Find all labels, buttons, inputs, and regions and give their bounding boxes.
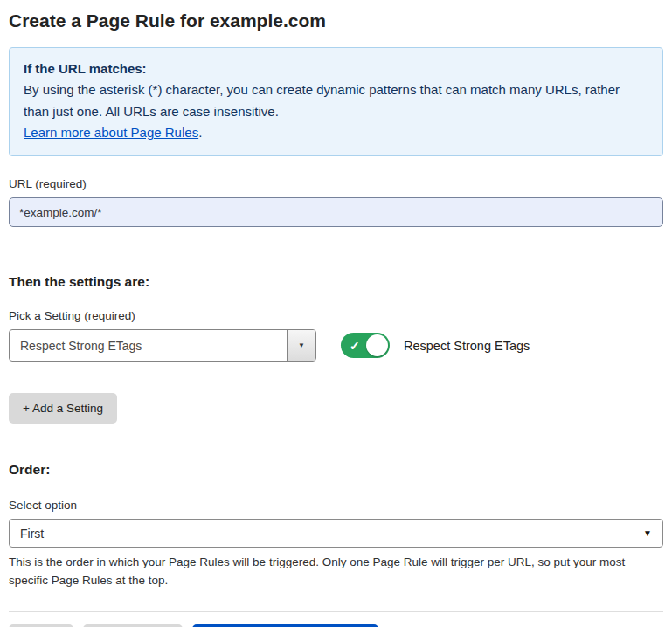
order-select[interactable]: First ▼ xyxy=(9,519,663,548)
url-input[interactable] xyxy=(9,197,663,227)
learn-more-link[interactable]: Learn more about Page Rules xyxy=(24,125,198,140)
divider xyxy=(9,611,663,612)
info-box-link-line: Learn more about Page Rules. xyxy=(24,122,648,143)
setting-select-value: Respect Strong ETags xyxy=(10,330,287,361)
toggle-label: Respect Strong ETags xyxy=(404,339,530,353)
order-help-text: This is the order in which your Page Rul… xyxy=(9,554,663,590)
settings-section-heading: Then the settings are: xyxy=(9,274,663,290)
info-box-body: By using the asterisk (*) character, you… xyxy=(24,79,648,122)
order-section-heading: Order: xyxy=(9,462,663,478)
page-rule-form: Create a Page Rule for example.com If th… xyxy=(0,0,672,627)
setting-toggle-wrap: ✓ Respect Strong ETags xyxy=(341,333,530,358)
url-field-label: URL (required) xyxy=(9,177,663,190)
chevron-down-icon: ▼ xyxy=(643,529,652,538)
setting-select[interactable]: Respect Strong ETags ▼ xyxy=(9,329,316,362)
setting-row: Respect Strong ETags ▼ ✓ Respect Strong … xyxy=(9,329,663,362)
page-title: Create a Page Rule for example.com xyxy=(9,10,663,31)
link-period: . xyxy=(198,125,202,140)
divider xyxy=(9,251,663,251)
respect-strong-etags-toggle[interactable]: ✓ xyxy=(341,333,390,358)
order-select-value: First xyxy=(20,527,44,541)
setting-select-caret-button[interactable]: ▼ xyxy=(287,330,315,361)
add-setting-button[interactable]: + Add a Setting xyxy=(9,393,117,424)
setting-picker-label: Pick a Setting (required) xyxy=(9,309,663,322)
check-icon: ✓ xyxy=(350,339,360,353)
chevron-down-icon: ▼ xyxy=(298,342,305,349)
order-select-label: Select option xyxy=(9,499,663,512)
info-box-heading: If the URL matches: xyxy=(24,59,648,79)
url-match-info-box: If the URL matches: By using the asteris… xyxy=(9,47,663,156)
toggle-knob xyxy=(366,334,388,356)
